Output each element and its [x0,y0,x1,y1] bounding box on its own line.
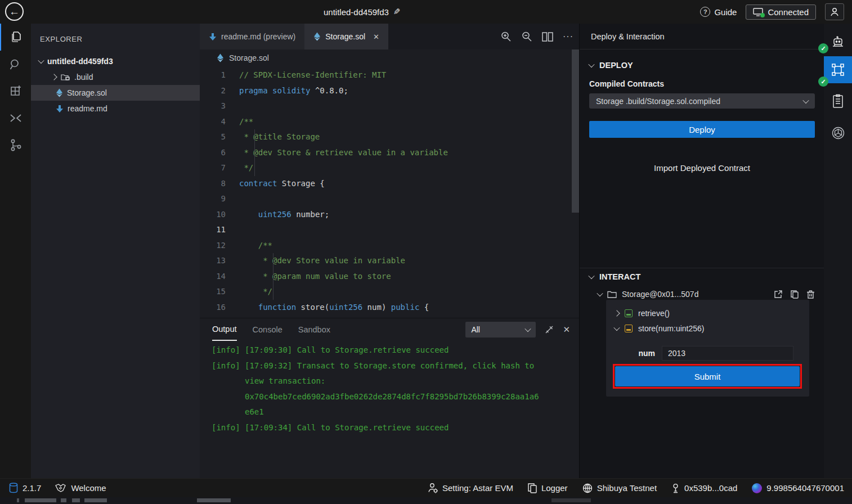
code-line: 6 * @dev Store & retrieve value in a var… [200,145,571,161]
num-param-label: num [606,349,662,358]
code-line: 5 * @title Storage [200,129,571,145]
tab-storage[interactable]: Storage.sol ✕ [304,24,388,50]
network-item[interactable]: Shibuya Testnet [582,483,657,493]
code-line: 12 /** [200,238,571,254]
tab-readme[interactable]: readme.md (preview) [200,24,304,50]
submit-button[interactable]: Submit [615,366,800,386]
ide-window: ← untitled-dd459fd3 ✎ ? Guide Connected [0,0,852,504]
deploy-interaction-panel: Deploy & Interaction DEPLOY Compiled Con… [579,24,824,478]
handshake-icon [55,483,66,493]
network-label: Shibuya Testnet [597,483,657,493]
code-line: 2pragma solidity ^0.8.0; [200,83,571,99]
back-arrow-icon: ← [9,6,20,18]
interact-section-label: INTERACT [599,272,640,281]
function-retrieve-row[interactable]: retrieve() [606,300,809,321]
wallet-address-item[interactable]: 0x539b...0cad [671,483,737,493]
rename-pencil-icon[interactable]: ✎ [393,7,401,17]
log-output: [info] [17:09:30] Call to Storage.retrie… [200,341,579,435]
log-line: 0x70c4beb7ced6902ad3fbe0262de2874d8fc7f8… [212,389,579,405]
split-editor-icon[interactable] [542,32,553,42]
line-number: 15 [200,284,239,300]
database-icon [9,483,18,493]
folder-icon [61,73,70,81]
breadcrumb: Storage.sol [200,50,579,66]
line-number: 10 [200,207,239,223]
code-line: 7 */ [200,160,571,176]
chevron-down-icon [588,273,594,279]
account-button[interactable] [825,3,844,20]
chevron-down-icon [802,97,809,103]
globe-icon [582,483,593,493]
explorer-header: EXPLORER [31,24,200,43]
welcome-item[interactable]: Welcome [55,483,106,493]
log-filter-select[interactable]: All [465,322,536,338]
openai-icon [831,126,845,140]
line-number: 3 [200,98,239,114]
retrieve-label: retrieve() [638,309,670,318]
logger-item[interactable]: Logger [528,483,568,493]
wallet-pin-icon [671,483,680,493]
compiler-tab-button[interactable] [824,29,852,56]
chevron-down-icon [588,61,594,68]
zoom-in-icon[interactable] [500,31,512,42]
root-folder-label: untitled-dd459fd3 [47,57,113,66]
astar-token-icon [752,483,762,493]
explorer-activity-button[interactable] [0,24,31,51]
connected-label: Connected [768,7,809,17]
interact-section-header[interactable]: INTERACT [589,272,640,281]
compiled-contracts-select[interactable]: Storage .build/Storage.sol.compiled [589,93,815,109]
log-line: [info] [17:09:34] Call to Storage.retrie… [212,420,579,436]
deploy-button[interactable]: Deploy [589,121,815,138]
editor-area: readme.md (preview) Storage.sol ✕ [200,24,579,478]
close-panel-icon[interactable]: ✕ [563,325,570,335]
editor-scrollbar[interactable] [572,50,579,213]
deploy-tab-button[interactable] [824,56,852,83]
balance-item[interactable]: 9.998564047670001 [752,483,844,493]
code-line: 1// SPDX-License-Identifier: MIT [200,68,571,83]
tab-readme-label: readme.md (preview) [221,32,295,41]
tree-item-build[interactable]: .build [31,69,200,85]
filter-value: All [471,325,480,334]
source-control-button[interactable] [0,132,31,159]
clear-output-icon[interactable] [544,325,554,335]
ethereum-icon [217,53,224,62]
line-number: 2 [200,83,239,99]
line-number: 14 [200,269,239,285]
tree-item-root[interactable]: untitled-dd459fd3 [31,53,200,69]
checklist-tab-button[interactable] [824,88,852,115]
deploy-section-header[interactable]: DEPLOY [589,61,815,70]
tree-item-storage[interactable]: Storage.sol [31,85,200,101]
more-actions-icon[interactable]: ··· [563,32,573,42]
ethereum-icon [56,88,63,97]
chevron-down-icon [597,290,603,296]
log-line: view transaction: [212,374,579,389]
close-tab-icon[interactable]: ✕ [373,33,379,41]
open-external-icon[interactable] [774,290,783,299]
function-store-row[interactable]: store(num:uint256) [606,321,809,336]
zoom-out-icon[interactable] [521,31,532,42]
import-deployed-contract-link[interactable]: Import Deployed Contract [589,163,815,173]
line-number: 11 [200,222,239,238]
back-button[interactable]: ← [5,2,24,21]
connected-button[interactable]: Connected [746,4,816,20]
setting-item[interactable]: Setting: Astar EVM [428,483,513,493]
deploy-success-badge: ✓ [818,76,828,87]
tab-output[interactable]: Output [212,318,237,341]
check-icon: ✓ [820,78,826,86]
ai-assistant-tab-button[interactable] [824,119,852,146]
collapse-panels-button[interactable] [0,105,31,132]
tab-console[interactable]: Console [253,318,282,341]
search-activity-button[interactable] [0,51,31,78]
plugin-manager-button[interactable] [0,78,31,105]
trash-icon[interactable] [806,290,815,299]
num-input[interactable] [662,346,793,361]
grid-plus-icon [9,84,23,98]
welcome-label: Welcome [71,483,106,493]
guide-label: Guide [714,7,737,17]
guide-button[interactable]: ? Guide [700,7,737,17]
tab-sandbox[interactable]: Sandbox [298,318,330,341]
version-label: 2.1.7 [23,483,41,493]
copy-icon[interactable] [790,290,799,299]
compiled-contracts-value: Storage .build/Storage.sol.compiled [596,97,720,106]
tree-item-readme[interactable]: readme.md [31,101,200,116]
